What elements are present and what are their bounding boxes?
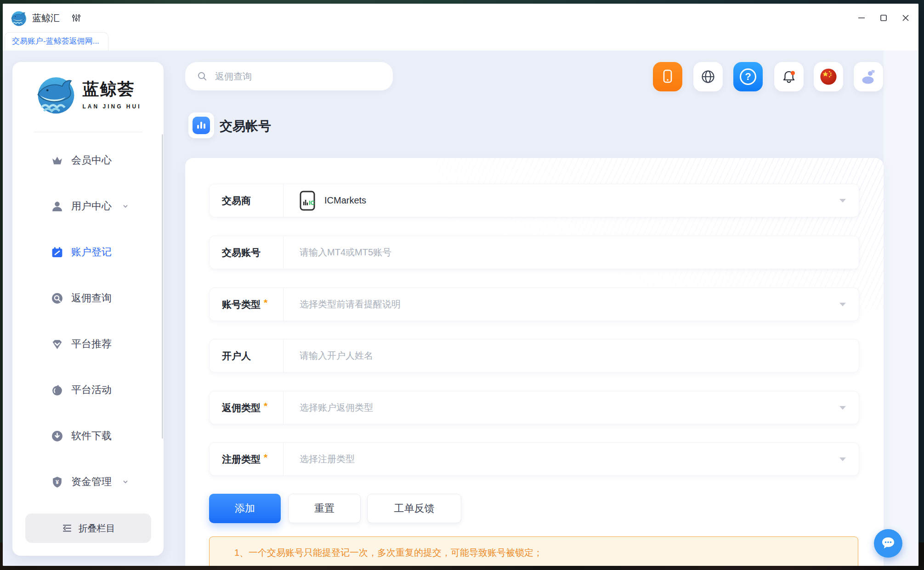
account-type-select[interactable]: 账号类型* 选择类型前请看提醒说明 (209, 288, 859, 321)
ticket-feedback-button[interactable]: 工单反馈 (367, 494, 461, 523)
screen: 蓝鲸汇 交易账户-蓝鲸荟返佣网... (0, 0, 924, 570)
page-title-icon-box (188, 113, 214, 138)
required-mark: * (264, 297, 267, 308)
sidebar-logo-text: 蓝鲸荟 LAN JING HUI (82, 78, 141, 110)
sidebar-item-platform-activity[interactable]: 平台活动 (12, 367, 164, 413)
trading-account-row: 交易账号 (209, 236, 859, 269)
sidebar-item-label: 返佣查询 (71, 291, 112, 305)
card-watermark (433, 158, 884, 310)
sidebar-menu: 会员中心 用户中心 (12, 137, 164, 505)
register-type-placeholder: 选择注册类型 (300, 453, 355, 465)
help-button[interactable]: ? (733, 62, 763, 91)
customer-service-chat-button[interactable] (874, 529, 902, 558)
rebate-search-icon (51, 292, 63, 305)
field-label: 交易账号 (210, 246, 283, 259)
add-button[interactable]: 添加 (209, 494, 281, 523)
account-register-icon (51, 246, 63, 259)
filter-sliders-icon[interactable] (72, 13, 81, 23)
sidebar-item-label: 软件下载 (71, 429, 112, 443)
brand-name: 蓝鲸荟 (82, 78, 141, 101)
sidebar: 蓝鲸荟 LAN JING HUI 会员中心 用户中心 (12, 62, 164, 556)
language-button[interactable] (693, 62, 723, 91)
chevron-down-icon (839, 199, 846, 203)
download-icon (51, 430, 63, 442)
page-title: 交易帐号 (220, 118, 271, 135)
mobile-app-button[interactable] (653, 62, 682, 91)
sidebar-item-label: 平台活动 (71, 383, 112, 397)
collapse-sidebar-button[interactable]: 折叠栏目 (25, 514, 151, 543)
close-icon (901, 13, 910, 23)
tab-trading-account[interactable]: 交易账户-蓝鲸荟返佣网... (5, 32, 108, 51)
window-controls (850, 4, 917, 32)
sidebar-item-label: 会员中心 (71, 153, 112, 167)
warning-notice: 1、一个交易账号只能提登记一次，多次重复的提交，可能导致账号被锁定； (209, 536, 858, 566)
trading-account-input[interactable] (300, 247, 859, 258)
fund-shield-icon: ¥ (51, 476, 63, 488)
whale-logo-icon (34, 72, 78, 115)
sidebar-item-label: 用户中心 (71, 199, 112, 213)
rebate-type-select[interactable]: 返佣类型* 选择账户返佣类型 (209, 391, 859, 424)
field-label: 账号类型* (210, 298, 283, 311)
notifications-button[interactable] (774, 62, 804, 91)
profile-button[interactable] (854, 62, 883, 91)
sidebar-item-member-center[interactable]: 会员中心 (12, 137, 164, 183)
tab-strip: 交易账户-蓝鲸荟返佣网... (3, 32, 918, 51)
sidebar-item-label: 账户登记 (71, 245, 112, 259)
sidebar-divider (34, 132, 142, 132)
global-search-input[interactable] (215, 71, 393, 82)
app-window: 蓝鲸汇 交易账户-蓝鲸荟返佣网... (3, 4, 918, 566)
mobile-icon (660, 69, 675, 85)
register-type-select[interactable]: 注册类型* 选择注册类型 (209, 442, 859, 476)
broker-value: ICMarkets (324, 195, 366, 206)
broker-select[interactable]: 交易商 IC ICMarkets (209, 184, 859, 217)
bell-icon (781, 69, 797, 85)
chevron-down-icon (839, 406, 846, 410)
chat-bubble-icon (880, 536, 896, 551)
close-button[interactable] (895, 4, 917, 32)
titlebar: 蓝鲸汇 (3, 4, 918, 32)
china-flag-icon (820, 68, 837, 85)
minimize-icon (857, 13, 866, 23)
required-mark: * (264, 452, 267, 463)
holder-name-input[interactable] (300, 350, 859, 361)
sidebar-item-label: 资金管理 (71, 475, 112, 489)
svg-text:¥: ¥ (56, 479, 59, 485)
field-label: 返佣类型* (210, 401, 283, 414)
chevron-down-icon (122, 479, 129, 485)
help-icon: ? (740, 68, 756, 85)
sidebar-item-software-download[interactable]: 软件下载 (12, 413, 164, 459)
global-search (185, 62, 393, 90)
crown-icon (51, 154, 63, 167)
field-label: 注册类型* (210, 453, 283, 466)
collapse-icon (62, 523, 73, 534)
chevron-down-icon (122, 203, 129, 209)
sidebar-item-fund-management[interactable]: ¥ 资金管理 (12, 459, 164, 505)
search-icon (197, 71, 207, 81)
svg-text:IC: IC (309, 199, 315, 206)
field-label: 交易商 (210, 194, 283, 207)
required-mark: * (264, 401, 267, 412)
sidebar-logo: 蓝鲸荟 LAN JING HUI (12, 72, 164, 115)
maximize-icon (879, 13, 888, 23)
rebate-type-placeholder: 选择账户返佣类型 (300, 401, 373, 414)
app-whale-logo-icon (10, 9, 28, 27)
account-type-placeholder: 选择类型前请看提醒说明 (300, 298, 401, 310)
sidebar-item-platform-recommend[interactable]: 平台推荐 (12, 321, 164, 367)
globe-icon (700, 69, 716, 85)
brand-subtitle: LAN JING HUI (82, 103, 141, 110)
gem-icon (51, 338, 63, 350)
sidebar-item-user-center[interactable]: 用户中心 (12, 183, 164, 229)
locale-flag-button[interactable] (814, 62, 843, 91)
warning-notice-text: 1、一个交易账号只能提登记一次，多次重复的提交，可能导致账号被锁定； (210, 537, 858, 559)
bar-chart-icon (193, 117, 210, 134)
reset-button[interactable]: 重置 (288, 494, 361, 523)
sidebar-item-rebate-query[interactable]: 返佣查询 (12, 275, 164, 321)
sidebar-item-account-register[interactable]: 账户登记 (12, 229, 164, 275)
maximize-button[interactable] (873, 4, 895, 32)
chevron-down-icon (839, 303, 846, 306)
activity-icon (51, 384, 63, 396)
icmarkets-logo: IC (300, 191, 315, 211)
holder-name-row: 开户人 (209, 339, 859, 372)
sidebar-scrollbar[interactable] (162, 134, 163, 439)
minimize-button[interactable] (850, 4, 873, 32)
